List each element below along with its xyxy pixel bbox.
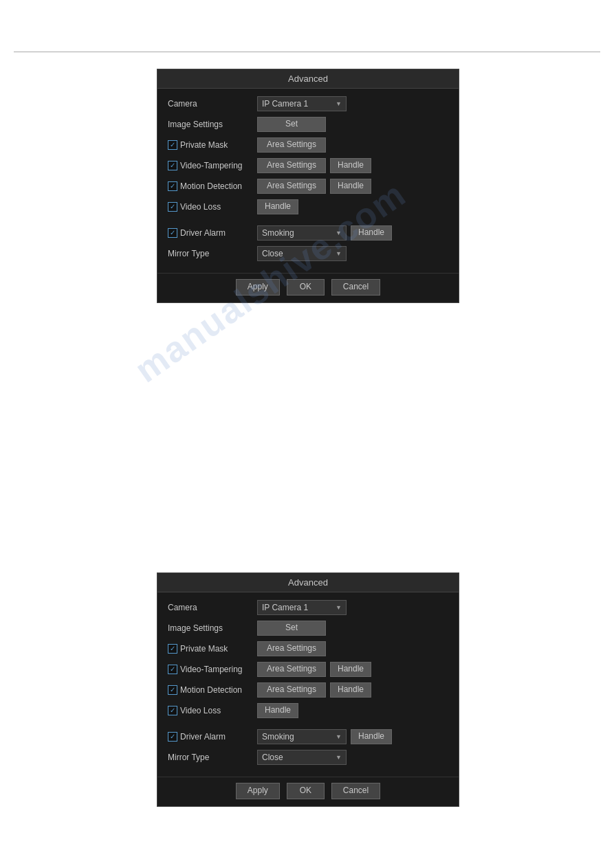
motion-detection-area-button[interactable]: Area Settings (257, 179, 326, 194)
video-loss-checkbox[interactable] (168, 202, 177, 212)
dialog-top-title: Advanced (157, 69, 459, 89)
video-loss-checkbox-2[interactable] (168, 706, 177, 715)
private-mask-label-2: Private Mask (180, 644, 228, 654)
driver-alarm-select-2[interactable]: Smoking ▼ (257, 729, 347, 744)
motion-detection-handle-button[interactable]: Handle (330, 179, 371, 194)
mirror-type-row: Mirror Type Close ▼ (168, 245, 448, 262)
private-mask-area-button[interactable]: Area Settings (257, 137, 326, 153)
ok-button-bottom[interactable]: OK (287, 783, 325, 799)
dialog-bottom: Advanced Camera IP Camera 1 ▼ Image Sett… (157, 572, 459, 807)
mirror-type-select-2[interactable]: Close ▼ (257, 750, 347, 765)
video-tampering-label-2: Video-Tampering (180, 665, 243, 674)
camera-label: Camera (168, 99, 257, 109)
driver-alarm-checkbox[interactable] (168, 228, 177, 238)
camera-row: Camera IP Camera 1 ▼ (168, 96, 448, 112)
image-settings-set-button-2[interactable]: Set (257, 621, 326, 636)
video-tampering-checkbox[interactable] (168, 161, 177, 170)
video-loss-label-2: Video Loss (180, 706, 221, 715)
private-mask-row-2: Private Mask Area Settings (168, 641, 448, 657)
video-loss-label: Video Loss (180, 202, 221, 212)
private-mask-checkbox[interactable] (168, 140, 177, 150)
dialog-top-footer: Apply OK Cancel (157, 273, 459, 302)
apply-button-bottom[interactable]: Apply (236, 783, 280, 799)
mirror-type-select-arrow: ▼ (336, 250, 342, 257)
motion-detection-label: Motion Detection (180, 181, 242, 191)
motion-detection-row: Motion Detection Area Settings Handle (168, 178, 448, 194)
dialog-bottom-footer: Apply OK Cancel (157, 777, 459, 806)
image-settings-label: Image Settings (168, 120, 257, 129)
video-loss-row: Video Loss Handle (168, 199, 448, 215)
private-mask-area-button-2[interactable]: Area Settings (257, 641, 326, 656)
private-mask-row: Private Mask Area Settings (168, 137, 448, 153)
motion-detection-area-button-2[interactable]: Area Settings (257, 682, 326, 698)
driver-alarm-row: Driver Alarm Smoking ▼ Handle (168, 225, 448, 241)
image-settings-row-2: Image Settings Set (168, 620, 448, 636)
camera-select-arrow-2: ▼ (336, 604, 342, 611)
camera-select-arrow: ▼ (336, 100, 342, 107)
camera-label-2: Camera (168, 603, 257, 612)
dialog-top: Advanced Camera IP Camera 1 ▼ Image Sett… (157, 69, 459, 303)
video-tampering-label: Video-Tampering (180, 161, 243, 170)
driver-alarm-label: Driver Alarm (180, 228, 226, 238)
camera-select[interactable]: IP Camera 1 ▼ (257, 96, 347, 111)
camera-row-2: Camera IP Camera 1 ▼ (168, 599, 448, 616)
motion-detection-label-2: Motion Detection (180, 685, 242, 695)
mirror-type-row-2: Mirror Type Close ▼ (168, 749, 448, 766)
page-divider (14, 52, 600, 52)
video-tampering-row-2: Video-Tampering Area Settings Handle (168, 661, 448, 678)
ok-button-top[interactable]: OK (287, 279, 325, 296)
motion-detection-row-2: Motion Detection Area Settings Handle (168, 682, 448, 698)
private-mask-label: Private Mask (180, 140, 228, 150)
video-tampering-handle-button[interactable]: Handle (330, 158, 371, 173)
driver-alarm-row-2: Driver Alarm Smoking ▼ Handle (168, 728, 448, 745)
driver-alarm-handle-button-2[interactable]: Handle (351, 729, 392, 744)
driver-alarm-select[interactable]: Smoking ▼ (257, 225, 347, 241)
motion-detection-checkbox[interactable] (168, 181, 177, 191)
driver-alarm-checkbox-2[interactable] (168, 732, 177, 742)
camera-select-2[interactable]: IP Camera 1 ▼ (257, 600, 347, 615)
video-loss-handle-button-2[interactable]: Handle (257, 703, 298, 718)
motion-detection-handle-button-2[interactable]: Handle (330, 682, 371, 698)
mirror-type-select[interactable]: Close ▼ (257, 246, 347, 261)
image-settings-row: Image Settings Set (168, 116, 448, 133)
mirror-type-label: Mirror Type (168, 249, 257, 258)
video-tampering-handle-button-2[interactable]: Handle (330, 662, 371, 677)
driver-alarm-select-arrow: ▼ (336, 230, 342, 236)
video-loss-handle-button[interactable]: Handle (257, 199, 298, 214)
cancel-button-top[interactable]: Cancel (331, 279, 380, 296)
motion-detection-checkbox-2[interactable] (168, 685, 177, 695)
image-settings-set-button[interactable]: Set (257, 117, 326, 132)
dialog-bottom-title: Advanced (157, 573, 459, 592)
driver-alarm-label-2: Driver Alarm (180, 732, 226, 742)
mirror-type-select-arrow-2: ▼ (336, 754, 342, 761)
cancel-button-bottom[interactable]: Cancel (331, 783, 380, 799)
video-tampering-area-button-2[interactable]: Area Settings (257, 662, 326, 677)
private-mask-checkbox-2[interactable] (168, 644, 177, 654)
driver-alarm-select-arrow-2: ▼ (336, 733, 342, 740)
mirror-type-label-2: Mirror Type (168, 753, 257, 762)
driver-alarm-handle-button[interactable]: Handle (351, 225, 392, 241)
apply-button-top[interactable]: Apply (236, 279, 280, 296)
video-tampering-checkbox-2[interactable] (168, 665, 177, 674)
video-loss-row-2: Video Loss Handle (168, 702, 448, 719)
video-tampering-area-button[interactable]: Area Settings (257, 158, 326, 173)
image-settings-label-2: Image Settings (168, 623, 257, 633)
video-tampering-row: Video-Tampering Area Settings Handle (168, 157, 448, 174)
